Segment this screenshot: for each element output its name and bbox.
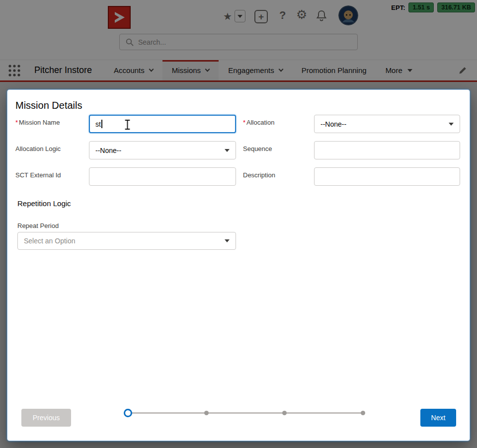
description-label: Description bbox=[243, 171, 275, 179]
mission-name-input[interactable]: st bbox=[89, 115, 236, 133]
chevron-down-icon bbox=[225, 239, 230, 242]
chevron-down-icon bbox=[449, 123, 454, 126]
screen: ★ + ? ⚙ EPT: 1.51 s 316.71 KB bbox=[0, 0, 477, 448]
allocation-value: --None-- bbox=[320, 120, 346, 128]
chevron-down-icon bbox=[225, 149, 230, 152]
mission-details-modal: Mission Details *Mission Name st *Alloca… bbox=[7, 89, 470, 441]
progress-step-4 bbox=[361, 411, 365, 415]
progress-step-2 bbox=[204, 411, 209, 415]
sct-external-id-label: SCT External Id bbox=[15, 171, 61, 179]
mission-name-label: *Mission Name bbox=[15, 119, 60, 126]
previous-button: Previous bbox=[21, 409, 71, 427]
repeat-period-placeholder: Select an Option bbox=[24, 237, 76, 245]
progress-track bbox=[128, 412, 363, 414]
sct-external-id-input[interactable] bbox=[89, 167, 236, 186]
allocation-logic-label: Allocation Logic bbox=[15, 145, 61, 152]
allocation-logic-value: --None-- bbox=[95, 147, 121, 154]
progress-step-1-active bbox=[124, 409, 132, 417]
progress-step-3 bbox=[282, 411, 287, 415]
repetition-logic-section-title: Repetition Logic bbox=[17, 199, 71, 208]
required-asterisk: * bbox=[243, 119, 245, 126]
allocation-select[interactable]: --None-- bbox=[314, 115, 460, 133]
modal-title: Mission Details bbox=[15, 100, 82, 111]
allocation-logic-select[interactable]: --None-- bbox=[89, 141, 236, 159]
repeat-period-label: Repeat Period bbox=[17, 222, 59, 229]
allocation-label: *Allocation bbox=[243, 119, 274, 126]
text-caret bbox=[101, 120, 102, 128]
description-input[interactable] bbox=[314, 167, 460, 186]
sequence-input[interactable] bbox=[314, 141, 460, 159]
next-button[interactable]: Next bbox=[420, 409, 456, 427]
sequence-label: Sequence bbox=[243, 145, 272, 152]
mission-name-value: st bbox=[95, 120, 101, 128]
repeat-period-select[interactable]: Select an Option bbox=[17, 232, 236, 250]
required-asterisk: * bbox=[15, 119, 18, 126]
